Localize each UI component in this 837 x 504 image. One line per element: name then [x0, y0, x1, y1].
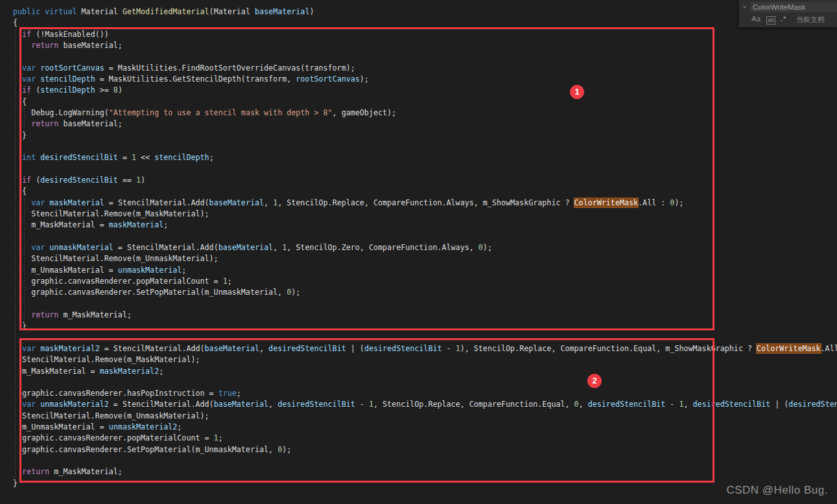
- code-line: [13, 377, 837, 388]
- code-line: {: [13, 97, 837, 108]
- annotation-badge-1: 1: [570, 85, 584, 99]
- find-input[interactable]: [750, 2, 837, 12]
- code-line: StencilMaterial.Remove(m_UnmaskMaterial)…: [13, 253, 837, 264]
- code-line: }: [13, 130, 837, 141]
- code-line: return baseMaterial;: [13, 40, 837, 51]
- code-line: m_MaskMaterial = maskMaterial;: [13, 220, 837, 231]
- code-line: graphic.canvasRenderer.popMaterialCount …: [13, 276, 837, 287]
- code-line: [13, 332, 837, 343]
- code-line: }: [13, 478, 837, 489]
- code-line: m_MaskMaterial = maskMaterial2;: [13, 366, 837, 377]
- code-line: [13, 51, 837, 62]
- code-line: [13, 164, 837, 175]
- code-line: graphic.canvasRenderer.SetPopMaterial(m_…: [13, 287, 837, 298]
- code-line: var unmaskMaterial2 = StencilMaterial.Ad…: [13, 399, 837, 410]
- code-block[interactable]: public virtual Material GetModifiedMater…: [0, 0, 837, 504]
- regex-button[interactable]: .*: [781, 15, 786, 23]
- code-line: graphic.canvasRenderer.popMaterialCount …: [13, 433, 837, 444]
- code-line: [13, 231, 837, 242]
- find-overlay: ⌄ Aa ab .* 当前文档 ···: [739, 0, 837, 27]
- code-line: m_UnmaskMaterial = unmaskMaterial;: [13, 265, 837, 276]
- watermark: CSDN @Hello Bug.: [726, 484, 828, 497]
- code-line: }: [13, 321, 837, 332]
- indent-guide: [15, 30, 16, 481]
- code-line: return m_MaskMaterial;: [13, 310, 837, 321]
- code-line: graphic.canvasRenderer.hasPopInstruction…: [13, 388, 837, 399]
- code-line: m_UnmaskMaterial = unmaskMaterial2;: [13, 422, 837, 433]
- code-line: [13, 141, 837, 152]
- code-line: [13, 299, 837, 310]
- find-overlay-gripper[interactable]: ···: [740, 21, 747, 27]
- whole-word-button[interactable]: ab: [766, 16, 775, 25]
- annotation-badge-2: 2: [587, 374, 602, 388]
- code-line: var rootSortCanvas = MaskUtilities.FindR…: [13, 63, 837, 74]
- code-line: StencilMaterial.Remove(m_UnmaskMaterial)…: [13, 411, 837, 422]
- code-line: public virtual Material GetModifiedMater…: [13, 6, 837, 17]
- code-line: if (stencilDepth >= 8): [13, 85, 837, 96]
- code-line: var stencilDepth = MaskUtilities.GetSten…: [13, 74, 837, 85]
- search-scope-label[interactable]: 当前文档: [796, 15, 825, 25]
- code-line: var maskMaterial2 = StencilMaterial.Add(…: [13, 343, 837, 354]
- code-line: var unmaskMaterial = StencilMaterial.Add…: [13, 242, 837, 253]
- code-line: [13, 455, 837, 466]
- match-case-button[interactable]: Aa: [751, 15, 760, 23]
- indent-guide: [24, 108, 25, 132]
- code-line: return m_MaskMaterial;: [13, 466, 837, 477]
- editor-window: { "colors": { "background": "#1e1e1f", "…: [0, 0, 837, 504]
- code-line: Debug.LogWarning("Attempting to use a st…: [13, 108, 837, 119]
- code-line: if (desiredStencilBit == 1): [13, 175, 837, 186]
- code-line: StencilMaterial.Remove(m_MaskMaterial);: [13, 354, 837, 365]
- code-line: {: [13, 186, 837, 197]
- code-line: if (!MaskEnabled()): [13, 29, 837, 40]
- indent-guide: [24, 196, 25, 324]
- code-line: return baseMaterial;: [13, 119, 837, 130]
- code-line: var maskMaterial = StencilMaterial.Add(b…: [13, 198, 837, 209]
- chevron-down-icon[interactable]: ⌄: [742, 1, 748, 10]
- code-line: {: [13, 17, 837, 29]
- code-line: int desiredStencilBit = 1 << stencilDept…: [13, 152, 837, 163]
- code-line: graphic.canvasRenderer.SetPopMaterial(m_…: [13, 444, 837, 455]
- code-line: StencilMaterial.Remove(m_MaskMaterial);: [13, 209, 837, 220]
